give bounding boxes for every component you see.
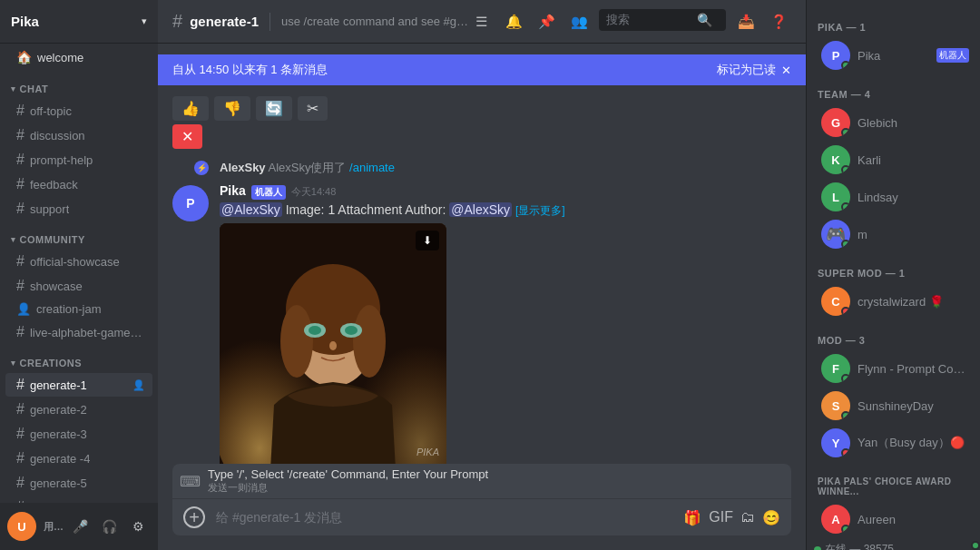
message-input-box: ⌨ Type '/', Select '/create' Command, En…: [172, 464, 791, 535]
avatar: P: [172, 185, 209, 221]
sidebar-item-support[interactable]: # support: [5, 197, 152, 221]
sidebar-item-generate-5[interactable]: # generate-5: [5, 471, 152, 495]
gif-icon[interactable]: GIF: [709, 509, 733, 526]
inbox-button[interactable]: 📥: [733, 9, 759, 34]
online-indicator: [814, 546, 821, 551]
member-item-m[interactable]: 🎮 m: [810, 216, 976, 252]
sidebar-item-generate-2[interactable]: # generate-2: [5, 398, 152, 421]
messages-area: 自从 14:50 以来有 1 条新消息 标记为已读 ✕ 👍 👎 🔄 ✂ ✕: [158, 44, 806, 464]
sidebar-item-live-alphabet[interactable]: # live-alphabet-game-entry: [5, 320, 152, 344]
sidebar-item-prompt-help[interactable]: # prompt-help: [5, 148, 152, 172]
member-item-pika[interactable]: P Pika 机器人: [810, 37, 976, 74]
avatar: L: [821, 182, 850, 211]
online-count-text: 在线 — 38575: [825, 542, 894, 550]
input-main: + 🎁 GIF 🗂 😊: [172, 499, 791, 535]
online-status: [841, 61, 850, 70]
download-button[interactable]: ⬇: [416, 231, 439, 250]
system-line: ⚡: [172, 161, 209, 175]
scissors-button[interactable]: ✂: [298, 96, 328, 121]
server-header[interactable]: Pika ▾: [0, 0, 158, 44]
hash-icon: #: [16, 426, 24, 442]
channel-sidebar: Pika ▾ 🏠 welcome ▾ CHAT # off-topic # di…: [0, 0, 158, 550]
sidebar-item-official-showcase[interactable]: # official-showcase: [5, 250, 152, 273]
sidebar-item-generate-1[interactable]: # generate-1 👤: [5, 373, 152, 397]
busy-status: [841, 307, 850, 316]
sidebar-item-creation-jam[interactable]: 👤 creation-jam: [5, 299, 152, 319]
video-thumbnail: ⬇ PIKA: [220, 223, 446, 464]
member-item-lindsay[interactable]: L Lindsay: [810, 179, 976, 215]
member-item-glebich[interactable]: G Glebich: [810, 104, 976, 141]
help-button[interactable]: ❓: [766, 9, 791, 34]
member-name: Glebich: [858, 116, 969, 130]
sidebar-item-feedback[interactable]: # feedback: [5, 172, 152, 196]
message-input[interactable]: [216, 510, 683, 525]
hash-icon: #: [172, 11, 182, 32]
sticker-icon[interactable]: 🗂: [740, 509, 755, 526]
community-category[interactable]: ▾ COMMUNITY: [0, 221, 158, 249]
slash-hint: Type '/', Select '/create' Command, Ente…: [208, 467, 488, 481]
member-item-crystalwizard[interactable]: C crystalwizard 🌹: [810, 283, 976, 319]
pin-button[interactable]: 📌: [534, 9, 559, 34]
close-icon[interactable]: ✕: [781, 64, 791, 77]
reaction-row-close: ✕: [172, 124, 791, 149]
channel-name: live-alphabet-game-entry: [30, 326, 145, 339]
search-input[interactable]: [606, 13, 697, 26]
attachment-button[interactable]: +: [183, 506, 205, 528]
system-command[interactable]: /animate: [349, 161, 395, 174]
mark-read-text: 标记为已读: [717, 62, 776, 78]
search-box[interactable]: 🔍: [599, 9, 726, 31]
notification-button[interactable]: 🔔: [501, 9, 526, 34]
member-item-aureen[interactable]: A Aureen: [810, 501, 976, 537]
channel-name: generate-5: [30, 476, 87, 490]
deafen-button[interactable]: 🎧: [96, 514, 122, 539]
thumbs-up-button[interactable]: 👍: [172, 96, 209, 121]
channel-name: generate-2: [30, 403, 87, 417]
members-button[interactable]: 👥: [566, 9, 592, 34]
online-count: 在线 — 38575: [807, 538, 980, 550]
hash-icon: #: [16, 450, 24, 467]
user-controls: 🎤 🎧 ⚙: [67, 514, 151, 539]
sidebar-item-generate-6[interactable]: # generate-6: [5, 496, 152, 503]
member-item-sunshiney[interactable]: S SunshineyDay: [810, 388, 976, 424]
sidebar-item-generate-3[interactable]: # generate-3: [5, 422, 152, 446]
sidebar-item-off-topic[interactable]: # off-topic: [5, 99, 152, 123]
member-item-karli[interactable]: K Karli: [810, 142, 976, 178]
system-text: AlexSky AlexSky使用了 /animate: [220, 160, 395, 176]
person-icon: 👤: [16, 302, 31, 316]
close-button[interactable]: ✕: [172, 124, 202, 149]
main-content: # generate-1 use /create command and see…: [158, 0, 806, 550]
member-item-yan[interactable]: Y Yan（Busy day）🔴: [810, 425, 976, 461]
settings-button[interactable]: ⚙: [125, 514, 151, 539]
sidebar-item-showcase[interactable]: # showcase: [5, 274, 152, 298]
emoji-icon[interactable]: 😊: [762, 509, 780, 526]
avatar: 🎮: [821, 220, 850, 249]
member-list: PIKA — 1 P Pika 机器人 TEAM — 4 G Glebich: [807, 0, 980, 550]
threads-button[interactable]: ☰: [468, 9, 494, 34]
online-status: [841, 240, 850, 249]
thumbs-down-button[interactable]: 👎: [214, 96, 250, 121]
expand-button[interactable]: [显示更多]: [515, 204, 565, 217]
gift-icon[interactable]: 🎁: [683, 509, 701, 526]
new-messages-banner[interactable]: 自从 14:50 以来有 1 条新消息 标记为已读 ✕: [158, 54, 806, 85]
member-name: Yan（Busy day）🔴: [858, 435, 969, 451]
member-item-flynn[interactable]: F Flynn - Prompt Coach: [810, 350, 976, 387]
avatar: A: [821, 505, 850, 534]
online-status: [841, 411, 850, 420]
username: 用户名: [44, 520, 67, 534]
hash-icon: #: [16, 176, 24, 192]
header-divider: [270, 13, 270, 31]
header-icons: ☰ 🔔 📌 👥 🔍 📥 ❓: [468, 9, 791, 34]
sidebar-item-generate-4[interactable]: # generate -4: [5, 447, 152, 470]
mod-category: MOD — 3: [807, 320, 980, 349]
message-author: Pika: [220, 183, 246, 198]
creations-category[interactable]: ▾ CREATIONS: [0, 345, 158, 372]
sidebar-item-discussion[interactable]: # discussion: [5, 123, 152, 147]
hash-icon: #: [16, 127, 24, 143]
mute-button[interactable]: 🎤: [67, 514, 93, 539]
avatar: G: [821, 108, 850, 137]
sidebar-item-welcome[interactable]: 🏠 welcome: [5, 44, 152, 70]
refresh-button[interactable]: 🔄: [256, 96, 292, 121]
home-icon: 🏠: [16, 50, 32, 64]
svg-point-12: [329, 341, 337, 350]
chat-category[interactable]: ▾ CHAT: [0, 71, 158, 98]
